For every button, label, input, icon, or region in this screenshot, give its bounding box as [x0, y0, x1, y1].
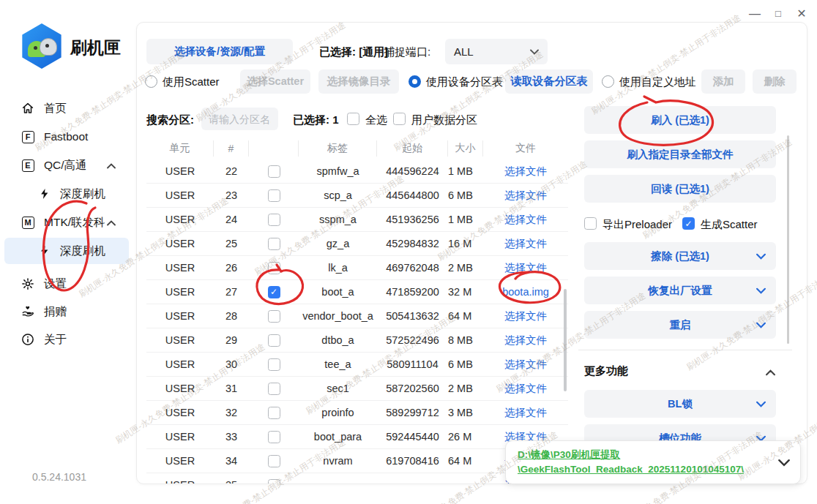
partition-search-input[interactable]: [201, 108, 278, 130]
partition-table-body: USER22spmfw_a4445962241 MB选择文件USER23scp_…: [146, 159, 568, 484]
cell-file-link[interactable]: 选择文件: [483, 334, 568, 347]
row-checkbox[interactable]: [268, 383, 280, 395]
row-checkbox[interactable]: [268, 262, 280, 274]
row-checkbox[interactable]: [268, 334, 280, 347]
remove-button[interactable]: 删除: [753, 69, 797, 94]
sidebar-item-qualcomm[interactable]: E QC/高通: [0, 153, 133, 178]
cell-start: 451936256: [377, 214, 448, 225]
generate-scatter-checkbox[interactable]: [682, 217, 695, 230]
flash-button[interactable]: 刷入 (已选1): [584, 106, 776, 134]
sidebar-item-label: Fastboot: [44, 130, 88, 143]
erase-button[interactable]: 擦除 (已选1): [584, 242, 776, 270]
table-row: USER28vendor_boot_a50541363264 M选择文件: [146, 304, 568, 328]
cell-checkbox: [249, 310, 299, 323]
cell-unit: USER: [146, 262, 214, 274]
sidebar-item-donate[interactable]: 捐赠: [0, 299, 133, 324]
cell-start: 469762048: [377, 262, 448, 274]
select-all-checkbox[interactable]: [347, 113, 359, 125]
col-header-size: 大小: [448, 140, 483, 157]
select-scatter-button[interactable]: 选择Scatter: [240, 69, 310, 94]
cell-unit: USER: [146, 383, 214, 394]
chevron-up-icon[interactable]: [766, 366, 775, 379]
flash-directory-button[interactable]: 刷入指定目录全部文件: [584, 140, 776, 168]
output-path-text[interactable]: D:\镜像\P30刷机匣提取 \GeekFlashTool_Readback_2…: [518, 448, 744, 476]
qualcomm-icon: E: [20, 159, 35, 172]
table-row: USER26lk_a4697620482 MB选择文件: [146, 256, 568, 280]
row-checkbox[interactable]: [268, 479, 280, 484]
row-checkbox[interactable]: [268, 358, 280, 371]
close-button[interactable]: ✕: [792, 6, 811, 22]
cell-start: 592445440: [377, 431, 448, 443]
gear-icon: [20, 277, 35, 290]
add-button[interactable]: 添加: [701, 69, 745, 94]
read-device-table-button[interactable]: 读取设备分区表: [505, 69, 593, 94]
radio-use-scatter[interactable]: [145, 75, 157, 88]
right-panel-scrollbar[interactable]: [787, 135, 789, 344]
chevron-up-icon[interactable]: [107, 159, 116, 172]
cell-label: nvram: [299, 455, 377, 467]
cell-file-link[interactable]: 选择文件: [483, 382, 568, 396]
cell-size: 26 M: [448, 431, 483, 443]
select-all-label: 全选: [365, 113, 387, 127]
sidebar-item-label: 首页: [44, 101, 67, 116]
cell-unit: USER: [146, 455, 214, 467]
output-path-line1: D:\镜像\P30刷机匣提取: [518, 448, 744, 462]
col-header-num: #: [214, 140, 249, 157]
port-select[interactable]: ALL: [445, 39, 548, 64]
maximize-button[interactable]: □: [769, 6, 788, 22]
sidebar-item-mtk[interactable]: M MTK/联发科: [0, 210, 133, 235]
col-header-label: 标签: [299, 140, 377, 157]
chevron-down-icon[interactable]: [778, 459, 790, 467]
chevron-down-icon: [756, 253, 766, 260]
minimize-button[interactable]: —: [745, 6, 764, 22]
readback-button[interactable]: 回读 (已选1): [584, 175, 776, 203]
cell-checkbox: [249, 165, 299, 178]
cell-file-link[interactable]: 选择文件: [483, 189, 568, 203]
cell-unit: USER: [146, 431, 214, 443]
table-scrollbar[interactable]: [564, 289, 567, 391]
sidebar-item-fastboot[interactable]: F Fastboot: [0, 124, 133, 149]
row-checkbox[interactable]: [268, 407, 280, 419]
row-checkbox[interactable]: [268, 165, 280, 178]
reboot-button[interactable]: 重启: [584, 311, 776, 339]
cell-number: 24: [214, 214, 249, 225]
cell-file-link[interactable]: 选择文件: [483, 213, 568, 227]
row-checkbox[interactable]: [268, 431, 280, 443]
select-device-button[interactable]: 选择设备/资源/配置: [146, 39, 293, 64]
mtk-icon: M: [20, 217, 35, 229]
export-preloader-checkbox[interactable]: [584, 217, 597, 230]
cell-file-link[interactable]: 选择文件: [483, 309, 568, 323]
radio-use-custom-address[interactable]: [602, 75, 614, 88]
select-image-dir-button[interactable]: 选择镜像目录: [318, 69, 399, 94]
sidebar-item-label: 设置: [44, 277, 67, 292]
sidebar-item-mtk-deep-flash[interactable]: 深度刷机: [0, 238, 133, 263]
row-checkbox[interactable]: [268, 286, 280, 298]
cell-file-link[interactable]: 选择文件: [483, 406, 568, 420]
sidebar-item-home[interactable]: 首页: [0, 96, 133, 121]
cell-file-link[interactable]: boota.img: [483, 286, 568, 298]
cell-file-link[interactable]: 选择文件: [483, 358, 568, 372]
cell-file-link[interactable]: 选择文件: [483, 237, 568, 251]
cell-checkbox: [249, 383, 299, 395]
info-icon: [20, 333, 35, 346]
row-checkbox[interactable]: [268, 214, 280, 226]
sidebar-item-qc-deep-flash[interactable]: 深度刷机: [0, 181, 133, 206]
radio-use-device-table[interactable]: [409, 75, 421, 88]
sidebar-item-about[interactable]: 关于: [0, 327, 133, 352]
user-data-checkbox[interactable]: [393, 113, 406, 125]
cell-file-link[interactable]: 选择文件: [483, 261, 568, 275]
row-checkbox[interactable]: [268, 455, 280, 467]
row-checkbox[interactable]: [268, 310, 280, 323]
cell-number: 22: [214, 165, 249, 177]
cell-file-link[interactable]: 选择文件: [483, 165, 568, 178]
cell-checkbox: [249, 479, 299, 484]
chevron-down-icon: [756, 322, 766, 328]
export-preloader-label: 导出Preloader: [603, 218, 672, 232]
factory-reset-button[interactable]: 恢复出厂设置: [584, 277, 776, 304]
chevron-up-icon[interactable]: [107, 216, 116, 229]
row-checkbox[interactable]: [268, 189, 280, 202]
sidebar-item-settings[interactable]: 设置: [0, 271, 133, 296]
cell-label: boot_para: [299, 431, 377, 443]
row-checkbox[interactable]: [268, 238, 280, 250]
bl-lock-button[interactable]: BL锁: [584, 390, 776, 418]
